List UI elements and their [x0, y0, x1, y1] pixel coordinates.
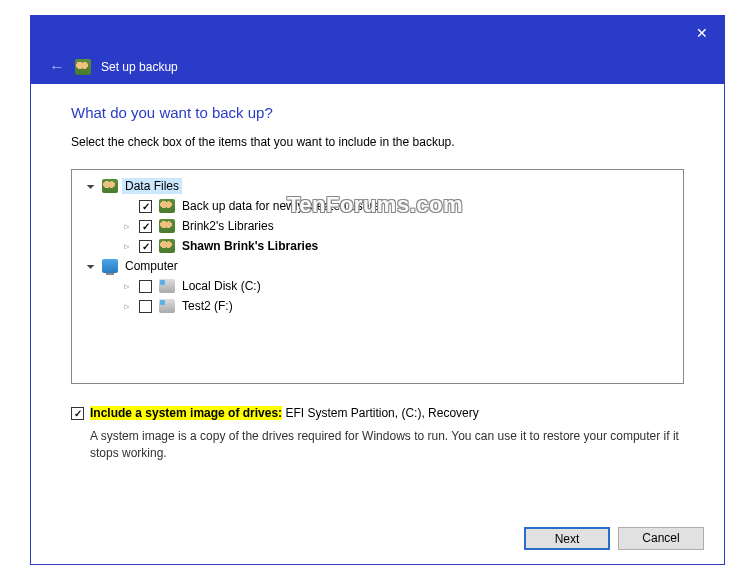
system-image-checkbox[interactable]: [71, 407, 84, 420]
cancel-button[interactable]: Cancel: [618, 527, 704, 550]
tree-node-data-files[interactable]: Data Files: [76, 176, 679, 196]
header-strip: ← Set up backup: [31, 50, 724, 84]
users-icon: [159, 199, 175, 213]
tree-node-lib2[interactable]: Shawn Brink's Libraries: [76, 236, 679, 256]
users-icon: [159, 219, 175, 233]
tree-node-drive-c[interactable]: Local Disk (C:): [76, 276, 679, 296]
drive-icon: [159, 279, 175, 293]
expander-icon[interactable]: [84, 261, 98, 272]
backup-icon: [75, 59, 91, 75]
computer-icon: [102, 259, 118, 273]
wizard-window: ✕ ← Set up backup What do you want to ba…: [30, 15, 725, 565]
node-label[interactable]: Computer: [122, 258, 181, 274]
content-area: What do you want to back up? Select the …: [31, 84, 724, 472]
node-label[interactable]: Shawn Brink's Libraries: [179, 238, 321, 254]
checkbox[interactable]: [139, 300, 152, 313]
next-button[interactable]: Next: [524, 527, 610, 550]
checkbox[interactable]: [139, 240, 152, 253]
node-label[interactable]: Test2 (F:): [179, 298, 236, 314]
tree-node-new-users[interactable]: Back up data for newly created users: [76, 196, 679, 216]
back-arrow-icon[interactable]: ←: [49, 58, 65, 76]
node-label[interactable]: Local Disk (C:): [179, 278, 264, 294]
tree-view[interactable]: Data Files Back up data for newly create…: [71, 169, 684, 384]
page-subtext: Select the check box of the items that y…: [71, 135, 684, 149]
system-image-note: A system image is a copy of the drives r…: [90, 428, 684, 462]
expander-icon[interactable]: [120, 281, 134, 291]
checkbox[interactable]: [139, 200, 152, 213]
expander-icon[interactable]: [120, 241, 134, 251]
header-title: Set up backup: [101, 60, 178, 74]
node-label[interactable]: Data Files: [122, 178, 182, 194]
expander-icon[interactable]: [120, 221, 134, 231]
page-heading: What do you want to back up?: [71, 104, 684, 121]
system-image-label: Include a system image of drives: EFI Sy…: [90, 406, 479, 420]
users-icon: [102, 179, 118, 193]
checkbox[interactable]: [139, 280, 152, 293]
tree-node-lib1[interactable]: Brink2's Libraries: [76, 216, 679, 236]
button-bar: Next Cancel: [524, 527, 704, 550]
node-label[interactable]: Back up data for newly created users: [179, 198, 382, 214]
users-icon: [159, 239, 175, 253]
drive-icon: [159, 299, 175, 313]
node-label[interactable]: Brink2's Libraries: [179, 218, 277, 234]
expander-icon[interactable]: [84, 181, 98, 192]
titlebar: ✕: [31, 16, 724, 50]
tree-node-drive-f[interactable]: Test2 (F:): [76, 296, 679, 316]
system-image-label-bold: Include a system image of drives:: [90, 406, 282, 420]
expander-icon[interactable]: [120, 301, 134, 311]
system-image-label-rest: EFI System Partition, (C:), Recovery: [282, 406, 479, 420]
tree-node-computer[interactable]: Computer: [76, 256, 679, 276]
checkbox[interactable]: [139, 220, 152, 233]
close-button[interactable]: ✕: [692, 23, 712, 43]
system-image-row: Include a system image of drives: EFI Sy…: [71, 406, 684, 420]
